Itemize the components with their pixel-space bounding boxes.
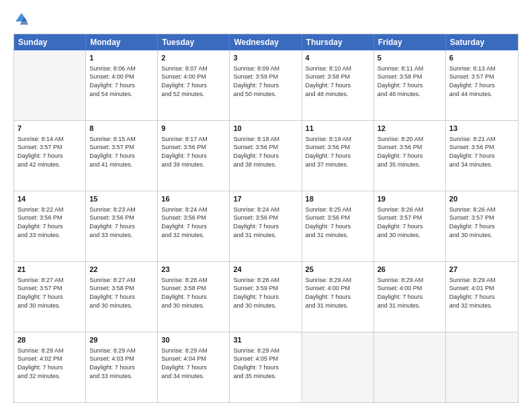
calendar-cell: 28Sunrise: 8:29 AM Sunset: 4:02 PM Dayli… xyxy=(14,332,86,402)
day-number: 19 xyxy=(378,194,442,204)
calendar-cell: 8Sunrise: 8:15 AM Sunset: 3:57 PM Daylig… xyxy=(86,121,158,191)
calendar-cell: 3Sunrise: 8:09 AM Sunset: 3:59 PM Daylig… xyxy=(230,50,302,120)
calendar-cell: 18Sunrise: 8:25 AM Sunset: 3:56 PM Dayli… xyxy=(302,191,374,261)
calendar-cell: 21Sunrise: 8:27 AM Sunset: 3:57 PM Dayli… xyxy=(14,262,86,332)
calendar-cell: 13Sunrise: 8:21 AM Sunset: 3:56 PM Dayli… xyxy=(446,121,518,191)
day-number: 10 xyxy=(233,124,298,134)
calendar-cell: 10Sunrise: 8:18 AM Sunset: 3:56 PM Dayli… xyxy=(230,121,302,191)
day-number: 11 xyxy=(306,124,370,134)
day-number: 23 xyxy=(161,265,226,275)
day-info: Sunrise: 8:29 AM Sunset: 4:03 PM Dayligh… xyxy=(89,347,154,380)
day-info: Sunrise: 8:19 AM Sunset: 3:56 PM Dayligh… xyxy=(306,135,370,169)
day-number: 14 xyxy=(17,194,82,204)
day-info: Sunrise: 8:28 AM Sunset: 3:58 PM Dayligh… xyxy=(161,276,226,310)
day-info: Sunrise: 8:17 AM Sunset: 3:56 PM Dayligh… xyxy=(161,135,226,169)
day-number: 30 xyxy=(161,335,226,345)
day-number: 3 xyxy=(233,53,298,63)
day-info: Sunrise: 8:29 AM Sunset: 4:00 PM Dayligh… xyxy=(378,276,442,310)
day-number: 6 xyxy=(449,53,515,63)
day-number: 1 xyxy=(89,53,154,63)
calendar-header: SundayMondayTuesdayWednesdayThursdayFrid… xyxy=(14,34,518,50)
calendar-cell: 20Sunrise: 8:26 AM Sunset: 3:57 PM Dayli… xyxy=(446,191,518,261)
day-number: 20 xyxy=(449,194,515,204)
day-number: 17 xyxy=(233,194,298,204)
calendar-cell: 1Sunrise: 8:06 AM Sunset: 4:00 PM Daylig… xyxy=(86,50,158,120)
day-number: 28 xyxy=(17,335,82,345)
day-number: 26 xyxy=(378,265,442,275)
day-info: Sunrise: 8:29 AM Sunset: 4:04 PM Dayligh… xyxy=(161,347,226,380)
calendar-cell: 2Sunrise: 8:07 AM Sunset: 4:00 PM Daylig… xyxy=(158,50,230,120)
day-number: 22 xyxy=(89,265,154,275)
calendar-row-5: 28Sunrise: 8:29 AM Sunset: 4:02 PM Dayli… xyxy=(14,332,518,402)
day-info: Sunrise: 8:26 AM Sunset: 3:57 PM Dayligh… xyxy=(449,205,515,239)
header-day-thursday: Thursday xyxy=(302,34,374,50)
header-day-tuesday: Tuesday xyxy=(158,34,230,50)
day-info: Sunrise: 8:29 AM Sunset: 4:05 PM Dayligh… xyxy=(233,347,298,380)
day-info: Sunrise: 8:13 AM Sunset: 3:57 PM Dayligh… xyxy=(449,64,515,98)
page: SundayMondayTuesdayWednesdayThursdayFrid… xyxy=(0,0,532,411)
day-info: Sunrise: 8:15 AM Sunset: 3:57 PM Dayligh… xyxy=(89,135,154,169)
calendar-cell: 22Sunrise: 8:27 AM Sunset: 3:58 PM Dayli… xyxy=(86,262,158,332)
calendar-cell xyxy=(374,332,446,402)
day-info: Sunrise: 8:24 AM Sunset: 3:56 PM Dayligh… xyxy=(233,205,298,239)
calendar-cell xyxy=(14,50,86,120)
day-number: 5 xyxy=(378,53,442,63)
calendar-cell: 7Sunrise: 8:14 AM Sunset: 3:57 PM Daylig… xyxy=(14,121,86,191)
calendar-row-4: 21Sunrise: 8:27 AM Sunset: 3:57 PM Dayli… xyxy=(14,261,518,332)
day-number: 18 xyxy=(306,194,370,204)
calendar-body: 1Sunrise: 8:06 AM Sunset: 4:00 PM Daylig… xyxy=(14,50,518,402)
day-info: Sunrise: 8:27 AM Sunset: 3:58 PM Dayligh… xyxy=(89,276,154,310)
day-info: Sunrise: 8:11 AM Sunset: 3:58 PM Dayligh… xyxy=(378,64,442,98)
day-number: 29 xyxy=(89,335,154,345)
header-day-sunday: Sunday xyxy=(14,34,86,50)
calendar-cell: 6Sunrise: 8:13 AM Sunset: 3:57 PM Daylig… xyxy=(446,50,518,120)
day-info: Sunrise: 8:24 AM Sunset: 3:56 PM Dayligh… xyxy=(161,205,226,239)
day-info: Sunrise: 8:29 AM Sunset: 4:02 PM Dayligh… xyxy=(17,347,82,380)
day-info: Sunrise: 8:22 AM Sunset: 3:56 PM Dayligh… xyxy=(17,205,82,239)
day-number: 8 xyxy=(89,124,154,134)
day-number: 16 xyxy=(161,194,226,204)
header-day-saturday: Saturday xyxy=(446,34,518,50)
day-info: Sunrise: 8:20 AM Sunset: 3:56 PM Dayligh… xyxy=(378,135,442,169)
day-number: 25 xyxy=(306,265,370,275)
day-number: 4 xyxy=(306,53,370,63)
day-info: Sunrise: 8:07 AM Sunset: 4:00 PM Dayligh… xyxy=(161,64,226,98)
calendar-cell: 9Sunrise: 8:17 AM Sunset: 3:56 PM Daylig… xyxy=(158,121,230,191)
day-number: 24 xyxy=(233,265,298,275)
calendar-cell: 14Sunrise: 8:22 AM Sunset: 3:56 PM Dayli… xyxy=(14,191,86,261)
calendar-row-3: 14Sunrise: 8:22 AM Sunset: 3:56 PM Dayli… xyxy=(14,191,518,261)
day-info: Sunrise: 8:26 AM Sunset: 3:57 PM Dayligh… xyxy=(378,205,442,239)
day-number: 12 xyxy=(378,124,442,134)
calendar-cell: 26Sunrise: 8:29 AM Sunset: 4:00 PM Dayli… xyxy=(374,262,446,332)
calendar-cell: 27Sunrise: 8:29 AM Sunset: 4:01 PM Dayli… xyxy=(446,262,518,332)
day-number: 2 xyxy=(161,53,226,63)
day-info: Sunrise: 8:06 AM Sunset: 4:00 PM Dayligh… xyxy=(89,64,154,98)
day-info: Sunrise: 8:14 AM Sunset: 3:57 PM Dayligh… xyxy=(17,135,82,169)
header-day-wednesday: Wednesday xyxy=(230,34,302,50)
calendar-cell: 17Sunrise: 8:24 AM Sunset: 3:56 PM Dayli… xyxy=(230,191,302,261)
day-info: Sunrise: 8:28 AM Sunset: 3:59 PM Dayligh… xyxy=(233,276,298,310)
day-info: Sunrise: 8:18 AM Sunset: 3:56 PM Dayligh… xyxy=(233,135,298,169)
calendar-cell: 24Sunrise: 8:28 AM Sunset: 3:59 PM Dayli… xyxy=(230,262,302,332)
calendar: SundayMondayTuesdayWednesdayThursdayFrid… xyxy=(13,34,519,403)
calendar-cell xyxy=(302,332,374,402)
calendar-cell: 31Sunrise: 8:29 AM Sunset: 4:05 PM Dayli… xyxy=(230,332,302,402)
day-info: Sunrise: 8:09 AM Sunset: 3:59 PM Dayligh… xyxy=(233,64,298,98)
day-info: Sunrise: 8:23 AM Sunset: 3:56 PM Dayligh… xyxy=(89,205,154,239)
calendar-cell: 19Sunrise: 8:26 AM Sunset: 3:57 PM Dayli… xyxy=(374,191,446,261)
day-number: 9 xyxy=(161,124,226,134)
calendar-cell: 16Sunrise: 8:24 AM Sunset: 3:56 PM Dayli… xyxy=(158,191,230,261)
calendar-row-1: 1Sunrise: 8:06 AM Sunset: 4:00 PM Daylig… xyxy=(14,50,518,120)
calendar-cell: 23Sunrise: 8:28 AM Sunset: 3:58 PM Dayli… xyxy=(158,262,230,332)
day-info: Sunrise: 8:25 AM Sunset: 3:56 PM Dayligh… xyxy=(306,205,370,239)
calendar-row-2: 7Sunrise: 8:14 AM Sunset: 3:57 PM Daylig… xyxy=(14,120,518,191)
header-day-friday: Friday xyxy=(374,34,446,50)
day-number: 15 xyxy=(89,194,154,204)
calendar-cell: 12Sunrise: 8:20 AM Sunset: 3:56 PM Dayli… xyxy=(374,121,446,191)
day-info: Sunrise: 8:27 AM Sunset: 3:57 PM Dayligh… xyxy=(17,276,82,310)
day-info: Sunrise: 8:29 AM Sunset: 4:00 PM Dayligh… xyxy=(306,276,370,310)
day-info: Sunrise: 8:21 AM Sunset: 3:56 PM Dayligh… xyxy=(449,135,515,169)
calendar-cell: 5Sunrise: 8:11 AM Sunset: 3:58 PM Daylig… xyxy=(374,50,446,120)
day-number: 7 xyxy=(17,124,82,134)
day-number: 13 xyxy=(449,124,515,134)
